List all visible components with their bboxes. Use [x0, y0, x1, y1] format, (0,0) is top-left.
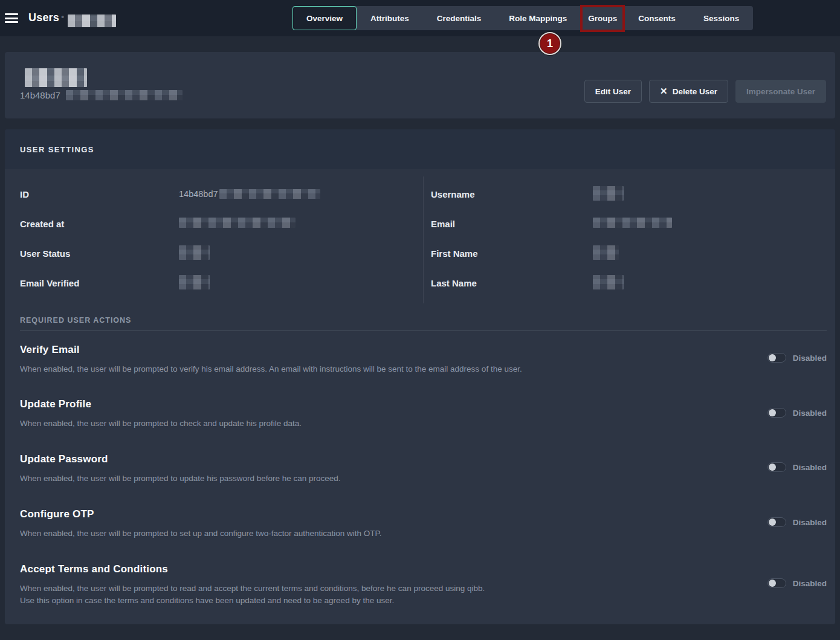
accept-terms-state: Disabled	[793, 579, 827, 588]
redacted-username-value	[593, 186, 624, 201]
field-email-verified: Email Verified	[20, 276, 79, 289]
redacted-user-name-nav	[68, 15, 116, 27]
breadcrumb-separator: •	[61, 11, 64, 22]
field-user-status: User Status	[20, 247, 70, 260]
x-icon: ✕	[660, 86, 668, 97]
update-profile-toggle-row: Disabled	[767, 408, 827, 418]
action-update-profile-title: Update Profile	[20, 398, 751, 410]
action-update-password: Update Password When enabled, the user w…	[20, 453, 751, 485]
tab-attributes[interactable]: Attributes	[357, 6, 423, 30]
redacted-user-display-name	[25, 68, 87, 87]
user-detail-tabbar: Overview Attributes Credentials Role Map…	[292, 6, 753, 30]
verify-email-state: Disabled	[793, 354, 827, 363]
update-profile-toggle[interactable]	[767, 408, 786, 418]
edit-user-button[interactable]: Edit User	[584, 80, 642, 103]
toggle-knob	[769, 354, 776, 361]
toggle-knob	[769, 580, 776, 587]
tab-overview[interactable]: Overview	[292, 6, 357, 30]
impersonate-user-button: Impersonate User	[735, 80, 826, 103]
action-update-profile: Update Profile When enabled, the user wi…	[20, 398, 751, 430]
action-verify-email-desc: When enabled, the user will be prompted …	[20, 363, 751, 375]
field-email-verified-label: Email Verified	[20, 278, 79, 288]
user-settings-title: USER SETTINGS	[20, 145, 94, 154]
top-navbar: Users • Overview Attributes Credentials …	[0, 0, 840, 36]
hamburger-menu-icon[interactable]	[5, 13, 18, 23]
delete-user-button[interactable]: ✕ Delete User	[649, 80, 728, 103]
field-email-label: Email	[431, 219, 455, 229]
action-accept-terms-desc-2: Use this option in case the terms and co…	[20, 595, 751, 607]
field-id-label: ID	[20, 189, 29, 199]
verify-email-toggle-row: Disabled	[767, 353, 827, 363]
configure-otp-toggle[interactable]	[767, 517, 786, 527]
update-profile-state: Disabled	[793, 409, 827, 418]
field-first-name-label: First Name	[431, 248, 478, 259]
configure-otp-toggle-row: Disabled	[767, 517, 827, 527]
redacted-email-verified-value	[179, 275, 210, 289]
field-id-value-prefix: 14b48bd7	[179, 189, 218, 199]
action-update-profile-desc: When enabled, the user will be prompted …	[20, 418, 751, 430]
tab-consents[interactable]: Consents	[624, 6, 690, 30]
redacted-email-value	[593, 218, 672, 228]
user-header-card: 14b48bd7 Edit User ✕ Delete User Imperso…	[5, 52, 835, 118]
required-actions-divider	[20, 331, 827, 331]
action-configure-otp: Configure OTP When enabled, the user wil…	[20, 508, 751, 540]
action-accept-terms-desc-1: When enabled, the user will be prompted …	[20, 583, 751, 595]
update-password-state: Disabled	[793, 463, 827, 472]
field-id-value: 14b48bd7	[179, 187, 320, 201]
column-divider	[423, 176, 424, 303]
tab-credentials[interactable]: Credentials	[423, 6, 496, 30]
update-password-toggle-row: Disabled	[767, 462, 827, 472]
redacted-first-name-value	[593, 245, 619, 260]
action-update-password-title: Update Password	[20, 453, 751, 465]
user-settings-panel: USER SETTINGS ID 14b48bd7 Created at Use…	[5, 129, 835, 624]
delete-user-label: Delete User	[673, 87, 717, 96]
field-username-label: Username	[431, 189, 475, 199]
action-verify-email: Verify Email When enabled, the user will…	[20, 344, 751, 375]
field-first-name: First Name	[431, 247, 478, 260]
toggle-knob	[769, 409, 776, 416]
toggle-knob	[769, 519, 776, 526]
field-email: Email	[431, 217, 455, 230]
field-last-name-label: Last Name	[431, 278, 477, 288]
accept-terms-toggle[interactable]	[767, 578, 786, 588]
panel-header: USER SETTINGS	[5, 129, 835, 169]
field-created-at-label: Created at	[20, 219, 64, 229]
field-last-name: Last Name	[431, 276, 477, 289]
action-update-password-desc: When enabled, the user will be prompted …	[20, 473, 751, 485]
tab-groups[interactable]: Groups	[581, 6, 624, 30]
user-id-prefix: 14b48bd7	[20, 90, 60, 100]
redacted-user-status-value	[179, 245, 210, 260]
breadcrumb-users[interactable]: Users	[28, 11, 59, 24]
accept-terms-toggle-row: Disabled	[767, 578, 827, 588]
user-id-line: 14b48bd7	[20, 90, 183, 100]
update-password-toggle[interactable]	[767, 462, 786, 472]
action-verify-email-title: Verify Email	[20, 344, 751, 356]
verify-email-toggle[interactable]	[767, 353, 786, 363]
redacted-created-at-value	[179, 218, 296, 228]
action-configure-otp-title: Configure OTP	[20, 508, 751, 520]
redacted-id-suffix	[219, 189, 320, 199]
field-user-status-label: User Status	[20, 248, 70, 259]
action-accept-terms-title: Accept Terms and Conditions	[20, 563, 751, 575]
configure-otp-state: Disabled	[793, 518, 827, 527]
tab-groups-label: Groups	[588, 14, 617, 23]
required-actions-title: REQUIRED USER ACTIONS	[20, 316, 131, 325]
toggle-knob	[769, 464, 776, 471]
redacted-last-name-value	[593, 275, 624, 289]
action-accept-terms: Accept Terms and Conditions When enabled…	[20, 563, 751, 607]
annotation-step-badge: 1	[538, 32, 561, 55]
tab-role-mappings[interactable]: Role Mappings	[495, 6, 581, 30]
action-configure-otp-desc: When enabled, the user will be prompted …	[20, 528, 751, 540]
tab-sessions[interactable]: Sessions	[690, 6, 753, 30]
field-created-at: Created at	[20, 217, 64, 230]
redacted-user-id-suffix	[66, 90, 183, 100]
user-action-buttons: Edit User ✕ Delete User Impersonate User	[584, 80, 826, 103]
field-username: Username	[431, 187, 475, 201]
field-id: ID	[20, 187, 29, 201]
